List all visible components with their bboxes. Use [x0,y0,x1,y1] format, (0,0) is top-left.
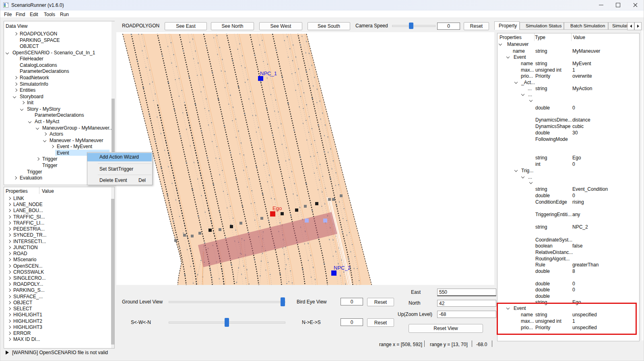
svg-text:NPC_1: NPC_1 [260,70,277,76]
svg-text:Ego: Ego [272,205,282,211]
svg-text:NPC_2: NPC_2 [334,265,351,271]
